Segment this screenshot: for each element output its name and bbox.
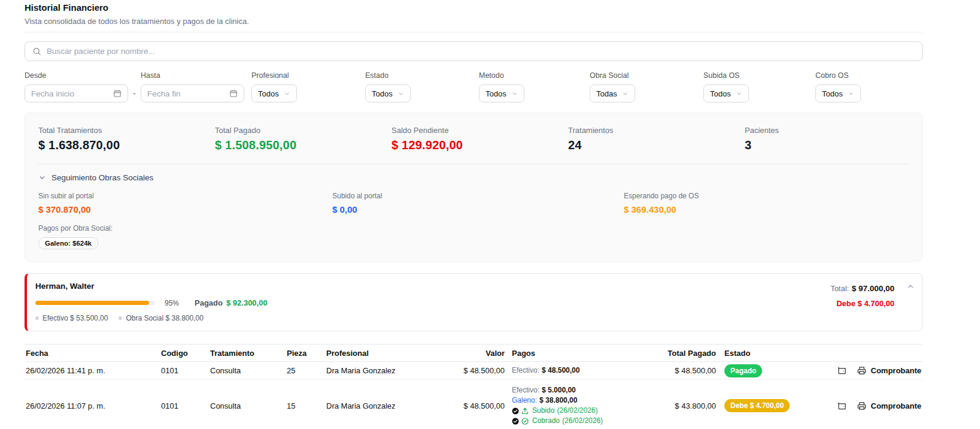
cell-total-pagado: $ 43.800,00 xyxy=(654,401,716,410)
bullet-dot xyxy=(119,316,122,320)
pago-amount: $ 38.800,00 xyxy=(539,396,577,404)
chevron-down-icon xyxy=(622,90,629,97)
payment-breakdown: Efectivo $ 53.500,00 Obra Social $ 38.80… xyxy=(35,314,268,322)
cobro-os-select-value: Todos xyxy=(822,89,843,98)
date-range-separator: - xyxy=(128,71,141,98)
calendar-icon xyxy=(113,89,122,98)
breakdown-obra-social: Obra Social $ 38.800,00 xyxy=(119,314,203,322)
summary-panel: Total Tratamientos $ 1.638.870,00 Total … xyxy=(25,113,923,262)
cell-pagos: Efectivo:$ 5.000,00 Galeno:$ 38.800,00 S… xyxy=(505,385,654,426)
cell-valor: $ 48.500,00 xyxy=(432,366,505,375)
filter-cobro-os: Cobro OS Todos xyxy=(815,71,861,102)
chevron-down-icon xyxy=(848,90,854,97)
os-payments-badges: Galeno: $624k xyxy=(38,237,909,249)
stat-tratamientos: Tratamientos 24 xyxy=(568,126,745,152)
os-subido-status: Subido (26/02/2026) xyxy=(512,406,654,416)
paid-label: Pagado xyxy=(195,298,223,307)
date-to-input[interactable]: Fecha fin xyxy=(141,84,244,102)
print-receipt-button[interactable]: Comprobante xyxy=(857,366,922,375)
filter-profesional-label: Profesional xyxy=(251,71,365,80)
calendar-icon xyxy=(229,89,238,98)
chevron-down-icon xyxy=(284,90,290,97)
filter-obra-social-label: Obra Social xyxy=(590,71,703,80)
header-divider xyxy=(25,32,923,32)
cell-valor: $ 48.500,00 xyxy=(432,401,505,410)
profesional-select[interactable]: Todos xyxy=(251,84,297,102)
upload-icon xyxy=(521,407,529,415)
stat-total-pagado: Total Pagado $ 1.508.950,00 xyxy=(215,126,392,152)
col-tratamiento: Tratamiento xyxy=(210,349,287,358)
cell-pieza: 15 xyxy=(287,401,326,410)
print-receipt-button[interactable]: Comprobante xyxy=(857,401,922,410)
estado-select[interactable]: Todos xyxy=(365,84,411,102)
col-codigo: Codigo xyxy=(161,349,210,358)
table-row: 26/02/2026 11:41 p. m. 0101 Consulta 25 … xyxy=(25,362,923,380)
date-to-placeholder: Fecha fin xyxy=(147,89,181,98)
subido-text: Subido xyxy=(532,406,554,416)
status-badge-debe: Debe $ 4.700,00 xyxy=(724,399,790,412)
obra-social-select-value: Todas xyxy=(596,89,617,98)
chevron-down-icon xyxy=(398,90,404,97)
chevron-down-icon xyxy=(736,90,742,97)
filter-estado-label: Estado xyxy=(365,71,479,80)
filter-hasta: Hasta Fecha fin xyxy=(141,71,251,102)
cell-pieza: 25 xyxy=(287,366,326,375)
cell-tratamiento: Consulta xyxy=(210,366,287,375)
col-valor: Valor xyxy=(432,349,505,358)
cell-fecha: 26/02/2026 11:07 p. m. xyxy=(25,401,161,410)
os-item-esperando: Esperando pago de OS $ 369.430,00 xyxy=(624,192,699,214)
col-profesional: Profesional xyxy=(326,349,432,358)
filter-subida-os-label: Subida OS xyxy=(703,71,815,80)
checked-icon[interactable] xyxy=(512,407,519,415)
date-from-placeholder: Fecha inicio xyxy=(31,89,74,98)
cobro-os-select[interactable]: Todos xyxy=(815,84,861,102)
os-tracking-items: Sin subir al portal $ 370.870,00 Subido … xyxy=(38,192,909,214)
cell-total-pagado: $ 48.500,00 xyxy=(654,366,716,375)
col-total-pagado: Total Pagado xyxy=(654,349,716,358)
patient-total-value: $ 97.000,00 xyxy=(852,284,894,293)
date-from-input[interactable]: Fecha inicio xyxy=(25,84,128,102)
col-fecha: Fecha xyxy=(25,349,161,358)
cell-pagos: Efectivo:$ 48.500,00 xyxy=(505,365,654,376)
chevron-up-icon[interactable] xyxy=(906,282,915,293)
pago-amount: $ 5.000,00 xyxy=(542,386,576,394)
os-tracking-title: Seguimiento Obras Sociales xyxy=(51,173,153,182)
col-estado: Estado xyxy=(716,349,824,358)
metodo-select[interactable]: Todos xyxy=(479,84,524,102)
printer-icon xyxy=(857,366,866,375)
stat-total-tratamientos: Total Tratamientos $ 1.638.870,00 xyxy=(38,126,215,152)
printer-icon xyxy=(857,401,866,410)
pago-method-label: Efectivo: xyxy=(512,366,539,374)
patient-card[interactable]: Herman, Walter 95% Pagado $ 92.300,00 Ef… xyxy=(25,273,923,331)
stat-saldo-pendiente: Saldo Pendiente $ 129.920,00 xyxy=(392,126,568,152)
paid-value: $ 92.300,00 xyxy=(226,298,268,307)
cell-profesional: Dra Maria Gonzalez xyxy=(326,401,432,410)
treatments-table: Fecha Codigo Tratamiento Pieza Profesion… xyxy=(25,344,923,429)
filter-estado: Estado Todos xyxy=(365,71,479,102)
wallet-icon[interactable] xyxy=(838,366,846,375)
os-tracking-toggle[interactable]: Seguimiento Obras Sociales xyxy=(38,173,909,182)
os-cobrado-status: Cobrado (26/02/2026) xyxy=(512,416,654,426)
cell-codigo: 0101 xyxy=(161,401,210,410)
cell-actions: Comprobante xyxy=(824,401,923,410)
checked-icon[interactable] xyxy=(512,418,519,425)
metodo-select-value: Todos xyxy=(486,89,506,98)
patient-debt: Debe $ 4.700,00 xyxy=(830,299,894,308)
subida-os-select[interactable]: Todos xyxy=(703,84,749,102)
pago-method-label: Efectivo: xyxy=(512,386,539,394)
os-payments-label: Pagos por Obra Social: xyxy=(38,224,909,232)
status-badge-pagado: Pagado xyxy=(724,364,762,377)
payment-progress-fill xyxy=(35,301,149,305)
table-row: 26/02/2026 11:07 p. m. 0101 Consulta 15 … xyxy=(25,380,923,429)
obra-social-select[interactable]: Todas xyxy=(590,84,635,102)
cell-actions: Comprobante xyxy=(824,366,923,375)
search-input[interactable] xyxy=(47,47,915,56)
cobrado-text: Cobrado xyxy=(532,416,560,426)
wallet-icon[interactable] xyxy=(838,401,846,410)
patient-progress-row: 95% Pagado $ 92.300,00 xyxy=(35,298,268,307)
pago-obra-social-label: Galeno: xyxy=(512,396,537,404)
profesional-select-value: Todos xyxy=(258,89,279,98)
patient-name: Herman, Walter xyxy=(35,282,268,291)
patient-search-box[interactable] xyxy=(25,41,923,61)
os-item-subido: Subido al portal $ 0,00 xyxy=(332,192,624,214)
